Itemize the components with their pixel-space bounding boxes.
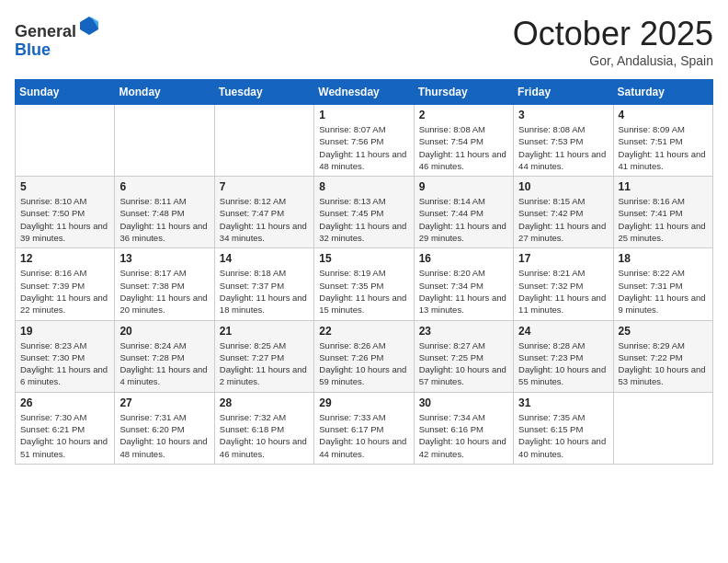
weekday-header-row: SundayMondayTuesdayWednesdayThursdayFrid… — [16, 80, 713, 105]
weekday-header-saturday: Saturday — [613, 80, 712, 105]
day-number: 1 — [319, 109, 408, 121]
day-info: Sunrise: 8:17 AM Sunset: 7:38 PM Dayligh… — [119, 267, 209, 316]
day-info: Sunrise: 7:32 AM Sunset: 6:18 PM Dayligh… — [220, 411, 309, 460]
day-number: 10 — [518, 180, 608, 193]
day-info: Sunrise: 8:08 AM Sunset: 7:53 PM Dayligh… — [518, 123, 608, 172]
day-info: Sunrise: 8:08 AM Sunset: 7:54 PM Dayligh… — [419, 123, 508, 172]
calendar-cell: 18Sunrise: 8:22 AM Sunset: 7:31 PM Dayli… — [613, 248, 712, 320]
day-info: Sunrise: 7:33 AM Sunset: 6:17 PM Dayligh… — [319, 411, 408, 460]
day-number: 31 — [518, 396, 608, 409]
calendar-cell: 23Sunrise: 8:27 AM Sunset: 7:25 PM Dayli… — [414, 320, 513, 392]
calendar-cell: 4Sunrise: 8:09 AM Sunset: 7:51 PM Daylig… — [613, 105, 712, 177]
calendar-cell: 14Sunrise: 8:18 AM Sunset: 7:37 PM Dayli… — [214, 248, 313, 320]
day-info: Sunrise: 7:34 AM Sunset: 6:16 PM Dayligh… — [419, 411, 508, 460]
calendar-cell: 17Sunrise: 8:21 AM Sunset: 7:32 PM Dayli… — [514, 248, 613, 320]
week-row-2: 5Sunrise: 8:10 AM Sunset: 7:50 PM Daylig… — [16, 177, 713, 248]
day-number: 24 — [518, 325, 608, 338]
day-number: 17 — [518, 252, 608, 265]
day-number: 25 — [619, 325, 708, 338]
calendar-cell: 31Sunrise: 7:35 AM Sunset: 6:15 PM Dayli… — [514, 392, 613, 464]
day-number: 26 — [20, 396, 109, 409]
weekday-header-wednesday: Wednesday — [314, 80, 414, 105]
day-info: Sunrise: 8:29 AM Sunset: 7:22 PM Dayligh… — [619, 339, 708, 388]
day-info: Sunrise: 8:19 AM Sunset: 7:35 PM Dayligh… — [319, 267, 408, 316]
weekday-header-monday: Monday — [115, 80, 214, 105]
calendar-cell: 10Sunrise: 8:15 AM Sunset: 7:42 PM Dayli… — [514, 177, 613, 248]
calendar-cell: 19Sunrise: 8:23 AM Sunset: 7:30 PM Dayli… — [16, 320, 115, 392]
day-info: Sunrise: 8:11 AM Sunset: 7:48 PM Dayligh… — [119, 195, 209, 244]
day-info: Sunrise: 8:15 AM Sunset: 7:42 PM Dayligh… — [518, 195, 608, 244]
day-info: Sunrise: 8:12 AM Sunset: 7:47 PM Dayligh… — [220, 195, 309, 244]
day-info: Sunrise: 7:30 AM Sunset: 6:21 PM Dayligh… — [20, 411, 109, 460]
day-info: Sunrise: 8:28 AM Sunset: 7:23 PM Dayligh… — [518, 339, 608, 388]
day-number: 7 — [220, 180, 309, 193]
calendar-cell: 20Sunrise: 8:24 AM Sunset: 7:28 PM Dayli… — [115, 320, 214, 392]
calendar-cell: 30Sunrise: 7:34 AM Sunset: 6:16 PM Dayli… — [414, 392, 513, 464]
day-number: 9 — [419, 180, 508, 193]
logo-blue-text: Blue — [15, 40, 51, 59]
day-info: Sunrise: 8:16 AM Sunset: 7:39 PM Dayligh… — [20, 267, 109, 316]
day-number: 20 — [119, 325, 209, 338]
calendar-cell: 5Sunrise: 8:10 AM Sunset: 7:50 PM Daylig… — [16, 177, 115, 248]
calendar-cell — [214, 105, 313, 177]
weekday-header-tuesday: Tuesday — [214, 80, 313, 105]
day-info: Sunrise: 8:26 AM Sunset: 7:26 PM Dayligh… — [319, 339, 408, 388]
week-row-3: 12Sunrise: 8:16 AM Sunset: 7:39 PM Dayli… — [16, 248, 713, 320]
weekday-header-thursday: Thursday — [414, 80, 513, 105]
calendar-cell: 22Sunrise: 8:26 AM Sunset: 7:26 PM Dayli… — [314, 320, 414, 392]
day-info: Sunrise: 8:24 AM Sunset: 7:28 PM Dayligh… — [119, 339, 209, 388]
calendar-cell — [115, 105, 214, 177]
day-info: Sunrise: 8:21 AM Sunset: 7:32 PM Dayligh… — [518, 267, 608, 316]
calendar-cell: 27Sunrise: 7:31 AM Sunset: 6:20 PM Dayli… — [115, 392, 214, 464]
calendar-cell: 3Sunrise: 8:08 AM Sunset: 7:53 PM Daylig… — [514, 105, 613, 177]
day-info: Sunrise: 8:18 AM Sunset: 7:37 PM Dayligh… — [220, 267, 309, 316]
calendar-cell: 7Sunrise: 8:12 AM Sunset: 7:47 PM Daylig… — [214, 177, 313, 248]
calendar-cell: 9Sunrise: 8:14 AM Sunset: 7:44 PM Daylig… — [414, 177, 513, 248]
svg-marker-0 — [80, 17, 98, 35]
day-number: 6 — [119, 180, 209, 193]
calendar-cell: 25Sunrise: 8:29 AM Sunset: 7:22 PM Dayli… — [613, 320, 712, 392]
day-info: Sunrise: 8:25 AM Sunset: 7:27 PM Dayligh… — [220, 339, 309, 388]
day-number: 16 — [419, 252, 508, 265]
weekday-header-sunday: Sunday — [16, 80, 115, 105]
day-number: 23 — [419, 325, 508, 338]
calendar-cell: 15Sunrise: 8:19 AM Sunset: 7:35 PM Dayli… — [314, 248, 414, 320]
week-row-5: 26Sunrise: 7:30 AM Sunset: 6:21 PM Dayli… — [16, 392, 713, 464]
calendar-cell: 8Sunrise: 8:13 AM Sunset: 7:45 PM Daylig… — [314, 177, 414, 248]
day-number: 19 — [20, 325, 109, 338]
location-text: Gor, Andalusia, Spain — [513, 53, 713, 68]
calendar-table: SundayMondayTuesdayWednesdayThursdayFrid… — [15, 79, 713, 465]
day-number: 21 — [220, 325, 309, 338]
day-info: Sunrise: 8:23 AM Sunset: 7:30 PM Dayligh… — [20, 339, 109, 388]
calendar-cell: 26Sunrise: 7:30 AM Sunset: 6:21 PM Dayli… — [16, 392, 115, 464]
day-number: 11 — [619, 180, 708, 193]
day-number: 15 — [319, 252, 408, 265]
calendar-cell: 2Sunrise: 8:08 AM Sunset: 7:54 PM Daylig… — [414, 105, 513, 177]
day-number: 27 — [119, 396, 209, 409]
day-number: 3 — [518, 109, 608, 121]
calendar-cell — [16, 105, 115, 177]
calendar-cell: 28Sunrise: 7:32 AM Sunset: 6:18 PM Dayli… — [214, 392, 313, 464]
calendar-cell: 21Sunrise: 8:25 AM Sunset: 7:27 PM Dayli… — [214, 320, 313, 392]
day-number: 22 — [319, 325, 408, 338]
calendar-cell: 11Sunrise: 8:16 AM Sunset: 7:41 PM Dayli… — [613, 177, 712, 248]
week-row-4: 19Sunrise: 8:23 AM Sunset: 7:30 PM Dayli… — [16, 320, 713, 392]
calendar-cell: 13Sunrise: 8:17 AM Sunset: 7:38 PM Dayli… — [115, 248, 214, 320]
logo-icon — [78, 15, 100, 37]
day-info: Sunrise: 8:14 AM Sunset: 7:44 PM Dayligh… — [419, 195, 508, 244]
page-header: General Blue October 2025 Gor, Andalusia… — [15, 15, 713, 68]
calendar-cell: 1Sunrise: 8:07 AM Sunset: 7:56 PM Daylig… — [314, 105, 414, 177]
day-number: 2 — [419, 109, 508, 121]
day-info: Sunrise: 8:07 AM Sunset: 7:56 PM Dayligh… — [319, 123, 408, 172]
logo-general-text: General — [15, 22, 76, 40]
day-info: Sunrise: 7:35 AM Sunset: 6:15 PM Dayligh… — [518, 411, 608, 460]
calendar-cell — [613, 392, 712, 464]
month-title: October 2025 — [513, 15, 713, 53]
day-info: Sunrise: 8:16 AM Sunset: 7:41 PM Dayligh… — [619, 195, 708, 244]
day-number: 13 — [119, 252, 209, 265]
calendar-cell: 12Sunrise: 8:16 AM Sunset: 7:39 PM Dayli… — [16, 248, 115, 320]
day-number: 30 — [419, 396, 508, 409]
day-info: Sunrise: 8:20 AM Sunset: 7:34 PM Dayligh… — [419, 267, 508, 316]
calendar-cell: 6Sunrise: 8:11 AM Sunset: 7:48 PM Daylig… — [115, 177, 214, 248]
day-number: 12 — [20, 252, 109, 265]
